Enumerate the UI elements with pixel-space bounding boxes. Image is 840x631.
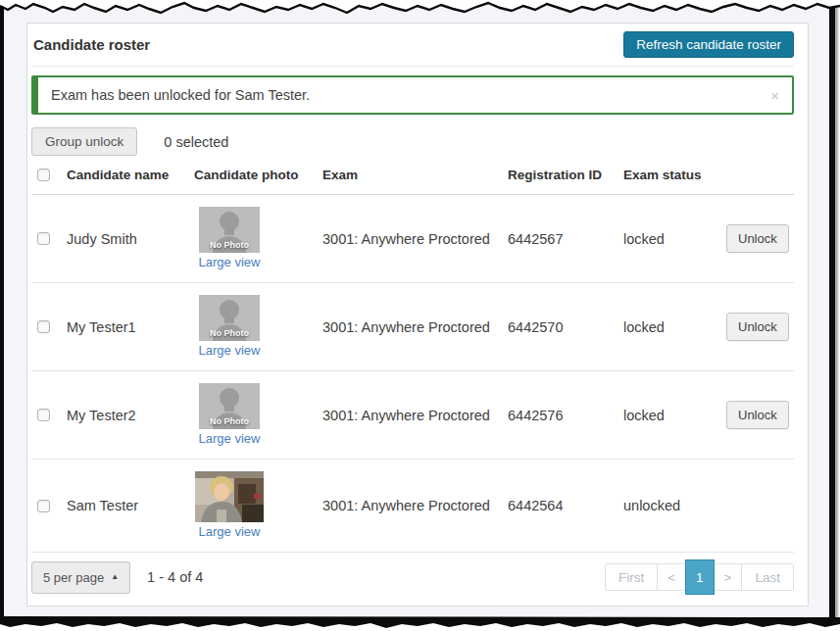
exam-status: locked — [623, 319, 726, 335]
page-title: Candidate roster — [33, 34, 150, 56]
pagination: First < 1 > Last — [605, 559, 794, 595]
unlock-button[interactable]: Unlock — [726, 313, 789, 341]
no-photo-placeholder: No Photo — [199, 207, 260, 253]
torn-edge-top — [0, 0, 840, 15]
per-page-label: 5 per page — [43, 570, 104, 585]
header-candidate-name: Candidate name — [67, 168, 194, 182]
table-row: Judy Smith No Photo Large view 3001: Any… — [31, 195, 794, 283]
pagination-last-button[interactable]: Last — [741, 563, 794, 591]
exam-name: 3001: Anywhere Proctored — [322, 408, 508, 423]
candidate-name: My Tester1 — [67, 319, 194, 335]
pagination-next-button[interactable]: > — [714, 563, 743, 591]
exam-name: 3001: Anywhere Proctored — [322, 231, 508, 247]
candidate-name: Sam Tester — [67, 498, 194, 513]
exam-name: 3001: Anywhere Proctored — [322, 319, 508, 335]
success-alert: Exam has been unlocked for Sam Tester. × — [31, 75, 794, 115]
candidate-photo-cell: No Photo Large view — [194, 383, 265, 447]
per-page-dropdown[interactable]: 5 per page ▲ — [31, 561, 130, 594]
torn-edge-bottom — [0, 615, 840, 631]
header-candidate-photo: Candidate photo — [194, 168, 322, 182]
caret-up-icon: ▲ — [111, 573, 119, 581]
exam-status: locked — [623, 408, 726, 423]
candidate-photo-cell: Large view — [194, 471, 265, 540]
candidate-photo-cell: No Photo Large view — [194, 207, 265, 270]
card-header: Candidate roster Refresh candidate roste… — [31, 24, 794, 67]
pagination-page-1-button[interactable]: 1 — [685, 559, 715, 595]
unlock-button[interactable]: Unlock — [726, 401, 789, 429]
row-checkbox[interactable] — [37, 232, 50, 245]
header-exam: Exam — [322, 168, 508, 182]
results-range: 1 - 4 of 4 — [147, 569, 203, 585]
no-photo-label: No Photo — [199, 328, 260, 338]
candidate-roster-card: Candidate roster Refresh candidate roste… — [26, 23, 809, 607]
candidate-webcam-photo — [195, 471, 264, 522]
refresh-candidate-roster-button[interactable]: Refresh candidate roster — [623, 31, 794, 58]
row-checkbox[interactable] — [37, 409, 50, 421]
header-exam-status: Exam status — [623, 168, 726, 182]
page-background: Candidate roster Refresh candidate roste… — [0, 2, 835, 619]
selected-count: 0 selected — [164, 134, 228, 150]
webcam-photo — [195, 471, 264, 522]
exam-name: 3001: Anywhere Proctored — [322, 498, 508, 513]
no-photo-label: No Photo — [199, 416, 260, 426]
card-footer: 5 per page ▲ 1 - 4 of 4 First < 1 > Last — [31, 553, 794, 606]
large-view-link[interactable]: Large view — [199, 255, 261, 269]
pagination-prev-button[interactable]: < — [657, 563, 686, 591]
table-row: My Tester2 No Photo Large view 3001: Any… — [31, 371, 794, 460]
close-icon[interactable]: × — [770, 88, 779, 103]
exam-status: unlocked — [623, 498, 726, 513]
pagination-first-button[interactable]: First — [605, 563, 658, 591]
no-photo-placeholder: No Photo — [199, 383, 260, 429]
candidate-name: Judy Smith — [67, 231, 194, 247]
large-view-link[interactable]: Large view — [199, 343, 261, 358]
registration-id: 6442570 — [508, 319, 623, 335]
row-checkbox[interactable] — [37, 320, 50, 333]
registration-id: 6442567 — [508, 231, 623, 247]
alert-message: Exam has been unlocked for Sam Tester. — [51, 87, 310, 103]
torn-screenshot-frame: Candidate roster Refresh candidate roste… — [0, 0, 840, 631]
group-unlock-button[interactable]: Group unlock — [31, 127, 137, 156]
candidate-photo-cell: No Photo Large view — [194, 295, 265, 359]
row-checkbox[interactable] — [37, 500, 50, 512]
registration-id: 6442576 — [508, 408, 623, 423]
toolbar: Group unlock 0 selected — [31, 127, 794, 156]
table-header-row: Candidate name Candidate photo Exam Regi… — [31, 158, 794, 195]
select-all-checkbox[interactable] — [37, 169, 50, 181]
no-photo-label: No Photo — [199, 240, 260, 250]
candidate-name: My Tester2 — [67, 408, 194, 423]
large-view-link[interactable]: Large view — [199, 431, 261, 446]
registration-id: 6442564 — [508, 498, 623, 513]
table-row: Sam Tester — [31, 460, 794, 553]
exam-status: locked — [623, 231, 726, 247]
header-registration-id: Registration ID — [508, 168, 623, 182]
large-view-link[interactable]: Large view — [199, 524, 261, 539]
unlock-button[interactable]: Unlock — [726, 224, 789, 253]
no-photo-placeholder: No Photo — [199, 295, 260, 341]
table-row: My Tester1 No Photo Large view 3001: Any… — [31, 283, 794, 371]
